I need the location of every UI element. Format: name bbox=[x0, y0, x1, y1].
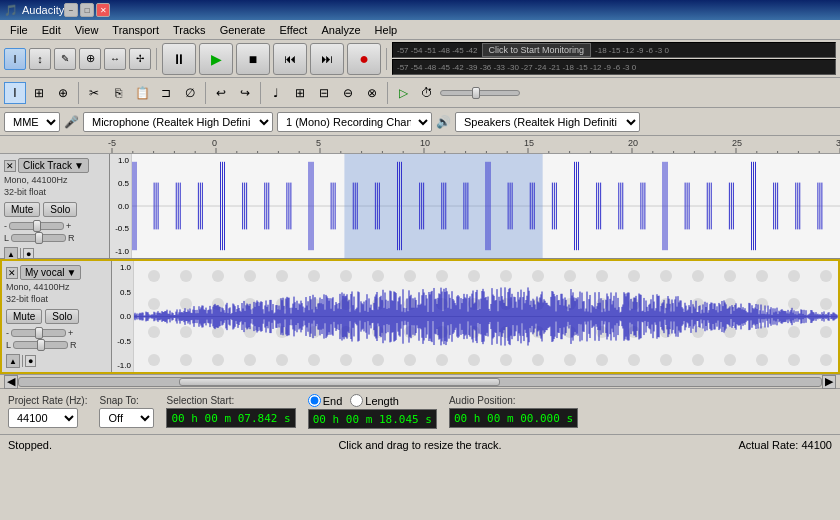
vocal-pan-r: R bbox=[70, 340, 77, 350]
click-pan-slider[interactable] bbox=[11, 234, 66, 242]
undo-tool[interactable]: ↩ bbox=[210, 82, 232, 104]
vocal-track-mute[interactable]: Mute bbox=[6, 309, 42, 324]
cursor-tool[interactable]: I bbox=[4, 82, 26, 104]
end-radio[interactable]: End bbox=[308, 394, 343, 407]
scroll-track[interactable] bbox=[18, 377, 822, 387]
menu-view[interactable]: View bbox=[69, 22, 105, 38]
click-monitor-button[interactable]: Click to Start Monitoring bbox=[482, 43, 592, 57]
playback-speed-slider[interactable] bbox=[440, 90, 520, 96]
zoom-sel-tool[interactable]: ⊞ bbox=[289, 82, 311, 104]
zoom-normal-tool[interactable]: ⊗ bbox=[361, 82, 383, 104]
vocal-scale-bot: -1.0 bbox=[114, 361, 131, 370]
selection-tool-button[interactable]: I bbox=[4, 48, 26, 70]
click-track-waveform[interactable]: 1.0 0.5 0.0 -0.5 -1.0 Click Track bbox=[110, 154, 840, 258]
vocal-pan-slider[interactable] bbox=[13, 341, 68, 349]
click-waveform-canvas[interactable] bbox=[132, 154, 840, 258]
record-button[interactable]: ● bbox=[347, 43, 381, 75]
vocal-scale-mid: 0.0 bbox=[114, 312, 131, 321]
snap-to-select[interactable]: Off bbox=[99, 408, 154, 428]
skip-end-button[interactable]: ⏭ bbox=[310, 43, 344, 75]
vocal-track-controls: ✕ My vocal ▼ Mono, 44100Hz 32-bit float … bbox=[2, 261, 112, 372]
vocal-track-waveform[interactable]: 1.0 0.5 0.0 -0.5 -1.0 My vocal bbox=[112, 261, 838, 372]
click-scale-bot: -1.0 bbox=[112, 247, 129, 256]
vocal-track-pan: L R bbox=[6, 340, 107, 350]
zoom-in-tool[interactable]: ⊕ bbox=[52, 82, 74, 104]
click-gain-slider[interactable] bbox=[9, 222, 64, 230]
menu-transport[interactable]: Transport bbox=[106, 22, 165, 38]
selection-end-value[interactable]: 00 h 00 m 18.045 s bbox=[308, 409, 437, 429]
menu-file[interactable]: File bbox=[4, 22, 34, 38]
skip-start-button[interactable]: ⏮ bbox=[273, 43, 307, 75]
end-radio-input[interactable] bbox=[308, 394, 321, 407]
maximize-button[interactable]: □ bbox=[80, 3, 94, 17]
zoom-tool-button[interactable]: ⊕ bbox=[79, 48, 101, 70]
click-gain-plus[interactable]: + bbox=[66, 221, 71, 231]
vocal-track-close[interactable]: ✕ bbox=[6, 267, 18, 279]
click-gain-minus[interactable]: - bbox=[4, 221, 7, 231]
vocal-track-solo[interactable]: Solo bbox=[45, 309, 79, 324]
loop-play-tool[interactable]: ▷ bbox=[392, 82, 414, 104]
output-device-select[interactable]: Speakers (Realtek High Definiti bbox=[455, 112, 640, 132]
paste-tool[interactable]: 📋 bbox=[131, 82, 153, 104]
snap-to-label: Snap To: bbox=[99, 395, 154, 406]
vocal-gain-slider[interactable] bbox=[11, 329, 66, 337]
zoom-fit-tool[interactable]: ⊟ bbox=[313, 82, 335, 104]
project-rate-select[interactable]: 44100 bbox=[8, 408, 78, 428]
audio-position-group: Audio Position: 00 h 00 m 00.000 s bbox=[449, 395, 578, 428]
menu-help[interactable]: Help bbox=[369, 22, 404, 38]
vocal-gain-minus[interactable]: - bbox=[6, 328, 9, 338]
horizontal-scrollbar[interactable]: ◀ ▶ bbox=[0, 374, 840, 388]
copy-tool[interactable]: ⎘ bbox=[107, 82, 129, 104]
length-radio-input[interactable] bbox=[350, 394, 363, 407]
redo-tool[interactable]: ↪ bbox=[234, 82, 256, 104]
menu-tracks[interactable]: Tracks bbox=[167, 22, 212, 38]
cut-tool[interactable]: ✂ bbox=[83, 82, 105, 104]
status-bar: Stopped. Click and drag to resize the tr… bbox=[0, 434, 840, 454]
menu-edit[interactable]: Edit bbox=[36, 22, 67, 38]
select-region-tool[interactable]: ⊞ bbox=[28, 82, 50, 104]
scroll-left-button[interactable]: ◀ bbox=[4, 375, 18, 389]
host-select[interactable]: MME bbox=[4, 112, 60, 132]
menu-effect[interactable]: Effect bbox=[274, 22, 314, 38]
length-radio[interactable]: Length bbox=[350, 394, 399, 407]
click-track-solo[interactable]: Solo bbox=[43, 202, 77, 217]
click-track-mute[interactable]: Mute bbox=[4, 202, 40, 217]
pause-button[interactable]: ⏸ bbox=[162, 43, 196, 75]
vocal-gain-plus[interactable]: + bbox=[68, 328, 73, 338]
stop-button[interactable]: ■ bbox=[236, 43, 270, 75]
silence-tool[interactable]: ∅ bbox=[179, 82, 201, 104]
vocal-scale-n05: -0.5 bbox=[114, 337, 131, 346]
audio-position-value[interactable]: 00 h 00 m 00.000 s bbox=[449, 408, 578, 428]
selection-start-group: Selection Start: 00 h 00 m 07.842 s bbox=[166, 395, 295, 428]
play-speed-tool[interactable]: ⏱ bbox=[416, 82, 438, 104]
input-device-select[interactable]: Microphone (Realtek High Defini bbox=[83, 112, 273, 132]
envelope-tool-button[interactable]: ↕ bbox=[29, 48, 51, 70]
vocal-track-up[interactable]: ▲ bbox=[6, 354, 20, 368]
vocal-track-header: ✕ My vocal ▼ bbox=[6, 265, 107, 280]
metronome-tool[interactable]: ♩ bbox=[265, 82, 287, 104]
output-vu-meter[interactable]: -57 -54 -48 -45 -42 -39 -36 -33 -30 -27 … bbox=[392, 59, 836, 75]
vocal-waveform-canvas[interactable] bbox=[134, 261, 838, 372]
click-track-name[interactable]: Click Track ▼ bbox=[18, 158, 89, 173]
channels-select[interactable]: 1 (Mono) Recording Channel bbox=[277, 112, 432, 132]
selection-start-value[interactable]: 00 h 00 m 07.842 s bbox=[166, 408, 295, 428]
click-track-close[interactable]: ✕ bbox=[4, 160, 16, 172]
click-scale-05: 0.5 bbox=[112, 179, 129, 188]
draw-tool-button[interactable]: ✎ bbox=[54, 48, 76, 70]
zoom-out-tool[interactable]: ⊖ bbox=[337, 82, 359, 104]
vocal-scale-05: 0.5 bbox=[114, 288, 131, 297]
multi-tool-button[interactable]: ✢ bbox=[129, 48, 151, 70]
close-button[interactable]: ✕ bbox=[96, 3, 110, 17]
toolbar-sep-2 bbox=[386, 48, 387, 70]
menu-generate[interactable]: Generate bbox=[214, 22, 272, 38]
minimize-button[interactable]: − bbox=[64, 3, 78, 17]
timeshift-tool-button[interactable]: ↔ bbox=[104, 48, 126, 70]
play-button[interactable]: ▶ bbox=[199, 43, 233, 75]
input-vu-meter[interactable]: -57 -54 -51 -48 -45 -42 Click to Start M… bbox=[392, 42, 836, 58]
scroll-right-button[interactable]: ▶ bbox=[822, 375, 836, 389]
scroll-thumb[interactable] bbox=[179, 378, 500, 386]
trim-tool[interactable]: ⊐ bbox=[155, 82, 177, 104]
menu-analyze[interactable]: Analyze bbox=[315, 22, 366, 38]
vocal-track-name[interactable]: My vocal ▼ bbox=[20, 265, 81, 280]
bottom-controls: Project Rate (Hz): 44100 Snap To: Off Se… bbox=[0, 388, 840, 434]
